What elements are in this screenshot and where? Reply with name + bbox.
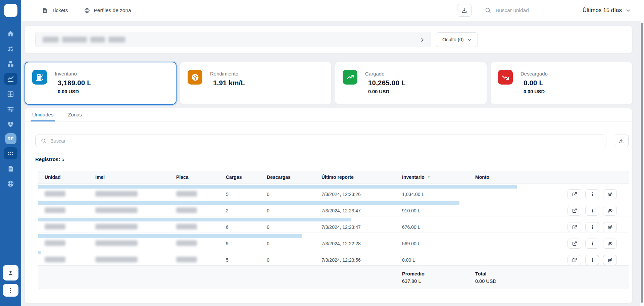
info-button[interactable] (585, 222, 599, 232)
hidden-filter-button[interactable]: Oculto (0) (436, 32, 478, 47)
table-search-input[interactable] (50, 138, 606, 144)
sidebar-item-re-badge[interactable]: RE (5, 133, 16, 144)
table-row[interactable]: 507/3/2024, 12:23:560.00 L (38, 249, 629, 265)
table-row-cells: 507/3/2024, 12:23:261,034.00 L (38, 189, 629, 200)
cell-unidad (45, 207, 95, 214)
stat-card-body: Descargado0.00 L0.00 USD (521, 70, 548, 104)
column-header-último-reporte[interactable]: Último reporte (321, 174, 402, 180)
eye-off-button[interactable] (603, 239, 617, 249)
sidebar-item-globe[interactable] (4, 177, 17, 190)
eye-off-button[interactable] (603, 222, 617, 232)
footer-total: Total 0.00 USD (475, 271, 566, 284)
cell-cargas: 2 (226, 208, 267, 213)
column-header-descargas[interactable]: Descargas (267, 174, 321, 180)
redacted-unidad (45, 257, 65, 262)
column-header-inventario[interactable]: Inventario (402, 174, 475, 180)
line-chart-icon (7, 75, 14, 83)
info-button[interactable] (585, 189, 599, 199)
column-header-cargas[interactable]: Cargas (226, 174, 267, 180)
external-link-button[interactable] (567, 222, 581, 232)
sidebar-item-line-chart[interactable] (4, 73, 17, 85)
info-button[interactable] (585, 206, 599, 216)
stat-card-cargado[interactable]: Cargado10,265.00 L0.00 USD (335, 62, 487, 105)
column-header-monto[interactable]: Monto (475, 174, 566, 180)
column-header-placa[interactable]: Placa (176, 174, 226, 180)
external-link-button[interactable] (567, 206, 581, 216)
tab-unidades[interactable]: Unidades (31, 108, 55, 121)
eye-off-button[interactable] (603, 189, 617, 199)
sidebar-item-users-settings[interactable] (4, 43, 17, 55)
topbar-nav: TicketsPerfiles de zona (42, 7, 147, 14)
inventory-level-bar (38, 201, 459, 205)
stat-card-rendimiento[interactable]: Rendimiento1.91 km/L (180, 62, 332, 105)
app-logo[interactable] (4, 4, 17, 17)
info-icon (590, 224, 595, 230)
cell-ultimo_reporte: 7/3/2024, 12:23:56 (321, 257, 402, 263)
sidebar-item-document[interactable] (4, 162, 17, 174)
eye-off-button[interactable] (603, 255, 617, 265)
eye-off-button[interactable] (603, 206, 617, 216)
cell-unidad (45, 224, 95, 231)
table-row[interactable]: 507/3/2024, 12:23:261,034.00 L (38, 185, 629, 200)
sidebar-user-button[interactable] (3, 265, 18, 280)
external-link-icon (572, 208, 577, 213)
cell-cargas: 9 (226, 241, 267, 246)
records-value: 5 (61, 156, 64, 162)
sidebar-item-heart-pulse[interactable] (4, 118, 17, 130)
cell-imei (95, 240, 176, 247)
sort-desc-icon (427, 175, 431, 179)
column-header-label: Descargas (267, 174, 291, 180)
scrollbar-thumb[interactable] (641, 23, 643, 303)
redacted-placa (176, 224, 197, 230)
row-actions (566, 239, 617, 249)
topbar-nav-0[interactable]: Tickets (42, 7, 68, 14)
info-button[interactable] (585, 255, 599, 265)
external-link-button[interactable] (567, 239, 581, 249)
stat-card-descargado[interactable]: Descargado0.00 L0.00 USD (490, 62, 633, 105)
stat-card-inventario[interactable]: Inventario3,189.00 L0.00 USD (24, 62, 177, 105)
date-range-selector[interactable]: Últimos 15 días (583, 7, 631, 14)
table-header: UnidadImeiPlacaCargasDescargasÚltimo rep… (38, 171, 629, 184)
table-row[interactable]: 907/3/2024, 12:22:28569.00 L (38, 233, 629, 249)
fuel-pump-icon (35, 73, 44, 82)
redacted-unidad (45, 224, 65, 230)
external-link-icon (572, 241, 577, 246)
unit-search-input[interactable] (496, 7, 568, 13)
table-row[interactable]: 607/3/2024, 12:23:47676.00 L (38, 216, 629, 233)
download-icon (618, 138, 624, 144)
stat-card-label: Cargado (365, 71, 406, 76)
cell-cargas: 5 (226, 257, 267, 263)
footer-promedio: Promedio 637.80 L (402, 271, 475, 284)
sidebar-item-home[interactable] (4, 28, 17, 40)
gauge-icon (191, 73, 200, 82)
chevron-down-icon (467, 37, 472, 42)
sidebar-kebab-menu-button[interactable] (3, 284, 18, 297)
sidebar-bottom (3, 265, 18, 306)
info-icon (590, 208, 595, 213)
cell-placa (176, 240, 226, 247)
sidebar-item-apps[interactable] (4, 147, 17, 159)
external-link-button[interactable] (567, 189, 581, 199)
stat-cards: Inventario3,189.00 L0.00 USDRendimiento1… (24, 62, 633, 105)
table-row[interactable]: 207/3/2024, 12:23:47910.00 L (38, 200, 629, 216)
search-icon (41, 138, 47, 144)
cell-ultimo_reporte: 7/3/2024, 12:22:28 (321, 241, 402, 246)
sidebar-item-grid-table[interactable] (4, 88, 17, 100)
row-actions (566, 222, 617, 232)
topbar-nav-1[interactable]: Perfiles de zona (84, 7, 131, 14)
sidebar-item-cubes[interactable] (4, 58, 17, 70)
tab-zonas[interactable]: Zonas (66, 108, 84, 121)
download-report-button[interactable] (457, 4, 472, 17)
filter-select[interactable] (35, 32, 431, 47)
table-download-button[interactable] (614, 135, 629, 147)
external-link-button[interactable] (567, 255, 581, 265)
sidebar-item-sliders[interactable] (4, 103, 17, 115)
row-actions (566, 255, 617, 265)
vertical-scrollbar[interactable] (640, 21, 644, 306)
info-button[interactable] (585, 239, 599, 249)
column-header-imei[interactable]: Imei (95, 174, 176, 180)
column-header-unidad[interactable]: Unidad (45, 174, 95, 180)
external-link-icon (572, 224, 577, 230)
hidden-filter-label: Oculto (0) (442, 37, 464, 42)
external-link-icon (572, 192, 577, 197)
